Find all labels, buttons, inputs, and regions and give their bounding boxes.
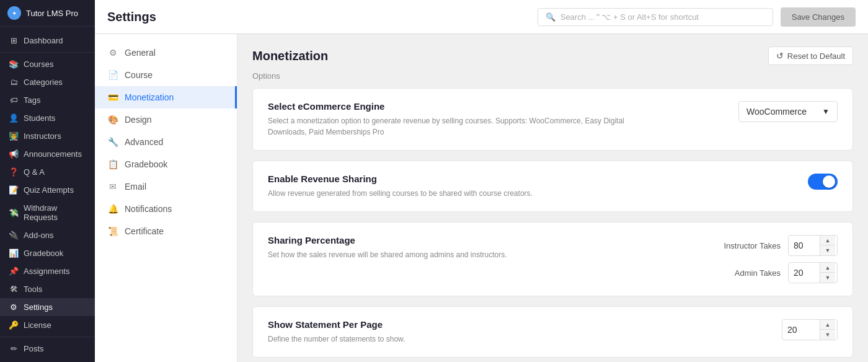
content-area: ⚙ General 📄 Course 💳 Monetization 🎨 Desi… <box>95 34 868 362</box>
admin-up-arrow[interactable]: ▲ <box>820 263 835 273</box>
instructor-down-arrow[interactable]: ▼ <box>820 245 835 255</box>
sub-sidebar-item-course[interactable]: 📄 Course <box>95 64 237 86</box>
card-left: Show Statement Per Page Define the numbe… <box>268 319 769 345</box>
card-title-sharing: Sharing Percentage <box>268 235 706 245</box>
sub-sidebar-item-advanced[interactable]: 🔧 Advanced <box>95 131 237 153</box>
sidebar-qa-label: Q & A <box>24 167 45 177</box>
save-button[interactable]: Save Changes <box>781 7 856 27</box>
sub-sidebar: ⚙ General 📄 Course 💳 Monetization 🎨 Desi… <box>95 34 237 362</box>
gradebook-icon: 📊 <box>9 249 19 258</box>
quiz-icon: 📝 <box>9 185 19 195</box>
sidebar-item-instructors[interactable]: 👨‍🏫 Instructors <box>0 127 95 145</box>
card-title-ecommerce: Select eCommerce Engine <box>268 101 726 112</box>
card-left: Enable Revenue Sharing Allow revenue gen… <box>268 174 795 199</box>
sub-sidebar-item-certificate[interactable]: 📜 Certificate <box>95 220 237 242</box>
sidebar-item-assignments[interactable]: 📌 Assignments <box>0 262 95 280</box>
sidebar-instructors-label: Instructors <box>24 131 61 141</box>
ecommerce-engine-dropdown[interactable]: WooCommerce ▼ <box>738 101 838 122</box>
sidebar-item-gradebook[interactable]: 📊 Gradebook <box>0 244 95 262</box>
admin-down-arrow[interactable]: ▼ <box>820 273 835 283</box>
sub-sidebar-item-design[interactable]: 🎨 Design <box>95 108 237 131</box>
sidebar-item-addons[interactable]: 🔌 Add-ons <box>0 226 95 244</box>
card-ecommerce-engine: Select eCommerce Engine Select a monetiz… <box>252 88 853 151</box>
sidebar-tags-label: Tags <box>24 95 40 105</box>
categories-icon: 🗂 <box>9 77 19 87</box>
settings-icon: ⚙ <box>9 302 19 312</box>
main-content: Monetization ↺ Reset to Default Options … <box>237 34 868 362</box>
sidebar-logo-label: Tutor LMS Pro <box>26 9 78 18</box>
sub-sidebar-item-email[interactable]: ✉ Email <box>95 175 237 198</box>
sub-sidebar-item-general[interactable]: ⚙ General <box>95 42 237 64</box>
assignments-icon: 📌 <box>9 267 19 276</box>
sub-sidebar-item-notifications[interactable]: 🔔 Notifications <box>95 198 237 220</box>
sidebar-item-posts[interactable]: ✏ Posts <box>0 340 95 358</box>
sidebar-item-announcements[interactable]: 📢 Announcements <box>0 145 95 163</box>
sub-sidebar-item-gradebook[interactable]: 📋 Gradebook <box>95 153 237 175</box>
statement-down-arrow[interactable]: ▼ <box>820 330 835 340</box>
main-area: Settings 🔍 Search ...⌃⌥ + S or Alt+S for… <box>95 0 868 362</box>
notifications-icon: 🔔 <box>107 204 118 214</box>
sub-sidebar-notifications-label: Notifications <box>125 204 172 214</box>
sidebar-item-categories[interactable]: 🗂 Categories <box>0 73 95 91</box>
card-desc-revenue: Allow revenue generated from selling cou… <box>268 188 640 199</box>
sidebar-item-quiz-attempts[interactable]: 📝 Quiz Attempts <box>0 181 95 199</box>
tools-icon: 🛠 <box>9 285 19 294</box>
chevron-down-icon: ▼ <box>822 107 830 116</box>
admin-takes-input[interactable] <box>789 264 820 281</box>
statement-up-arrow[interactable]: ▲ <box>820 320 835 330</box>
card-left: Sharing Percentage Set how the sales rev… <box>268 235 706 260</box>
card-right-ecommerce: WooCommerce ▼ <box>738 101 838 122</box>
sharing-row: Instructor Takes ▲ ▼ Ad <box>719 235 838 283</box>
sidebar-item-settings[interactable]: ⚙ Settings <box>0 298 95 316</box>
certificate-icon: 📜 <box>107 226 118 236</box>
card-right-statement: ▲ ▼ <box>782 319 838 340</box>
sidebar-categories-label: Categories <box>24 77 63 87</box>
sidebar-announcements-label: Announcements <box>24 149 82 159</box>
revenue-sharing-toggle[interactable] <box>808 174 838 190</box>
instructors-icon: 👨‍🏫 <box>9 131 19 141</box>
students-icon: 👤 <box>9 113 19 123</box>
sidebar-item-courses[interactable]: 📚 Courses <box>0 55 95 73</box>
sidebar-item-tools[interactable]: 🛠 Tools <box>0 280 95 298</box>
reset-button[interactable]: ↺ Reset to Default <box>768 46 853 65</box>
sidebar-gradebook-label: Gradebook <box>24 249 63 258</box>
sidebar-addons-label: Add-ons <box>24 231 53 240</box>
card-show-statement: Show Statement Per Page Define the numbe… <box>252 306 853 358</box>
sidebar-item-qa[interactable]: ❓ Q & A <box>0 163 95 181</box>
sidebar-withdraw-label: Withdraw Requests <box>24 203 86 222</box>
sidebar-posts-label: Posts <box>24 344 44 353</box>
sidebar-item-withdraw-requests[interactable]: 💸 Withdraw Requests <box>0 199 95 226</box>
sub-sidebar-certificate-label: Certificate <box>125 226 164 236</box>
card-title-revenue: Enable Revenue Sharing <box>268 174 795 184</box>
course-icon: 📄 <box>107 70 118 80</box>
sub-sidebar-monetization-label: Monetization <box>125 92 174 102</box>
instructor-up-arrow[interactable]: ▲ <box>820 236 835 245</box>
monetization-icon: 💳 <box>107 92 118 102</box>
withdraw-icon: 💸 <box>9 208 19 218</box>
sidebar-item-license[interactable]: 🔑 License <box>0 316 95 334</box>
instructor-takes-input[interactable] <box>789 237 820 254</box>
sidebar-header: ✦ Tutor LMS Pro <box>0 0 95 27</box>
qa-icon: ❓ <box>9 167 19 177</box>
sidebar-quiz-label: Quiz Attempts <box>24 185 74 195</box>
email-icon: ✉ <box>107 182 118 192</box>
statement-input-wrap: ▲ ▼ <box>782 319 838 340</box>
card-right-revenue[interactable] <box>808 174 838 190</box>
sidebar-item-dashboard[interactable]: ⊞ Dashboard <box>0 32 95 50</box>
sidebar-settings-label: Settings <box>24 302 53 312</box>
card-row: Enable Revenue Sharing Allow revenue gen… <box>268 174 838 199</box>
posts-icon: ✏ <box>9 344 19 353</box>
sidebar-item-media[interactable]: 🖼 Media <box>0 358 95 362</box>
statement-per-page-input[interactable] <box>782 321 820 338</box>
card-left: Select eCommerce Engine Select a monetiz… <box>268 101 726 138</box>
admin-takes-item: Admin Takes ▲ ▼ <box>719 262 838 283</box>
search-bar[interactable]: 🔍 Search ...⌃⌥ + S or Alt+S for shortcut <box>538 8 773 26</box>
search-placeholder: Search ...⌃⌥ + S or Alt+S for shortcut <box>560 12 699 22</box>
search-icon: 🔍 <box>546 12 556 22</box>
sidebar-item-students[interactable]: 👤 Students <box>0 109 95 127</box>
options-label: Options <box>237 71 868 88</box>
sub-sidebar-item-monetization[interactable]: 💳 Monetization <box>95 86 237 108</box>
card-desc-statement: Define the number of statements to show. <box>268 333 640 345</box>
sidebar-item-tags[interactable]: 🏷 Tags <box>0 91 95 109</box>
admin-arrows: ▲ ▼ <box>820 263 835 283</box>
